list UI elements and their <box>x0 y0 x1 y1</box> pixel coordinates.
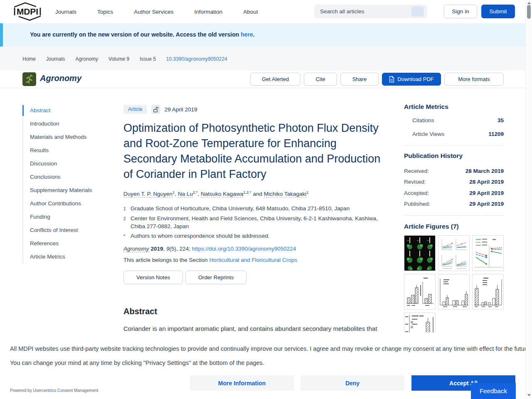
notice-accent-bar <box>0 23 3 47</box>
correspondence-marker: * <box>123 232 128 240</box>
figure-thumbnail-6[interactable] <box>472 274 504 310</box>
publication-date: 29 April 2019 <box>165 106 197 113</box>
page: MDPI Journals Topics Author Services Inf… <box>0 0 532 399</box>
nav-journals[interactable]: Journals <box>55 9 76 15</box>
author-4[interactable]: Michiko Takagaki1 <box>264 191 309 197</box>
breadcrumb-volume[interactable]: Volume 9 <box>108 56 129 62</box>
more-information-button[interactable]: More Information <box>190 375 294 391</box>
scrollbar-thumb[interactable] <box>527 5 531 19</box>
nav-topics[interactable]: Topics <box>97 9 113 15</box>
affiliation-2-text: Center for Environment, Health and Field… <box>131 214 394 230</box>
toc-item-abstract[interactable]: Abstract <box>23 104 119 117</box>
toc-item-supplementary-materials[interactable]: Supplementary Materials <box>23 184 119 197</box>
toc-item-article-metrics[interactable]: Article Metrics <box>23 250 119 264</box>
author-1-name[interactable]: Duyen T. P. Nguyen <box>123 191 172 197</box>
article-views-value: 11209 <box>488 131 504 137</box>
affiliations: 1 Graduate School of Horticulture, Chiba… <box>123 204 394 242</box>
search-box <box>314 5 427 18</box>
breadcrumb-issue[interactable]: Issue 5 <box>140 56 156 62</box>
download-pdf-button[interactable]: Download PDF <box>382 73 441 86</box>
published-label: Published: <box>404 201 430 207</box>
nav-author-services[interactable]: Author Services <box>134 9 173 15</box>
download-pdf-label: Download PDF <box>397 76 433 82</box>
main-nav: Journals Topics Author Services Informat… <box>55 0 258 23</box>
author-1[interactable]: Duyen T. P. Nguyen1 <box>123 191 175 197</box>
toc-item-references[interactable]: References <box>23 237 119 250</box>
affiliation-1-text: Graduate School of Horticulture, Chiba U… <box>131 204 350 213</box>
get-alerted-button[interactable]: Get Alerted <box>250 73 300 86</box>
author-4-name[interactable]: Michiko Takagaki <box>264 191 307 197</box>
author-2[interactable]: Na Lu2,* <box>178 191 198 197</box>
old-version-link[interactable]: here <box>241 31 253 38</box>
author-3-affil-marker: 1,2,* <box>243 190 251 194</box>
nav-about[interactable]: About <box>243 9 258 15</box>
share-button[interactable]: Share <box>340 73 379 86</box>
revised-label: Revised: <box>404 179 426 185</box>
affiliation-2-marker: 2 <box>123 214 128 230</box>
article-metrics-heading: Article Metrics <box>404 103 504 111</box>
toc-item-discussion[interactable]: Discussion <box>23 157 119 170</box>
more-formats-button[interactable]: More formats <box>444 73 504 86</box>
cookie-text-line-1: All MDPI websites use third-party websit… <box>10 345 521 352</box>
sign-in-button[interactable]: Sign in <box>444 5 477 18</box>
section-prefix: This article belongs to the Section <box>123 257 209 263</box>
section-link[interactable]: Horticultural and Floricultural Crops <box>209 257 297 263</box>
published-row: Published: 29 April 2019 <box>404 201 504 209</box>
scrollbar-up-arrow-icon[interactable] <box>527 2 531 4</box>
figure-thumbnail-5[interactable] <box>438 274 470 310</box>
article-type-badge: Article <box>123 105 147 114</box>
figure-thumbnail-4[interactable] <box>404 274 436 310</box>
breadcrumb-agronomy[interactable]: Agronomy <box>75 56 98 62</box>
toc-item-funding[interactable]: Funding <box>23 210 119 224</box>
mdpi-logo[interactable]: MDPI <box>11 2 44 21</box>
author-2-affil-marker: 2,* <box>193 190 198 194</box>
cite-button[interactable]: Cite <box>304 73 337 86</box>
article-views-label[interactable]: Article Views <box>412 131 444 137</box>
toc-item-results[interactable]: Results <box>23 144 119 157</box>
sidebar-divider <box>404 145 504 146</box>
pdf-file-icon <box>389 76 394 83</box>
toc-item-materials-and-methods[interactable]: Materials and Methods <box>23 131 119 144</box>
bar-chart-figure-c <box>473 274 503 309</box>
version-notes-button[interactable]: Version Notes <box>123 271 183 284</box>
citations-value: 35 <box>498 117 504 123</box>
figure-thumbnail-2[interactable] <box>438 235 470 271</box>
search-button[interactable] <box>411 6 424 17</box>
notice-period: . <box>253 31 255 38</box>
notice-text: You are currently on the new version of … <box>30 31 255 38</box>
citation-journal[interactable]: Agronomy <box>123 246 149 252</box>
toc-item-author-contributions[interactable]: Author Contributions <box>23 197 119 210</box>
notice-text-main: You are currently on the new version of … <box>30 31 241 38</box>
breadcrumb-home[interactable]: Home <box>22 56 36 62</box>
nav-information[interactable]: Information <box>195 9 223 15</box>
accepted-value: 29 April 2019 <box>469 190 504 196</box>
agronomy-journal-logo[interactable] <box>22 72 36 86</box>
version-notice-banner: You are currently on the new version of … <box>0 23 532 47</box>
search-input[interactable] <box>320 5 403 18</box>
scrollbar[interactable] <box>525 0 532 399</box>
author-3[interactable]: Natsuko Kagawa1,2,* <box>201 191 251 197</box>
mdpi-logo-icon: MDPI <box>11 2 44 21</box>
order-reprints-button[interactable]: Order Reprints <box>185 271 246 284</box>
author-list: Duyen T. P. Nguyen1, Na Lu2,*, Natsuko K… <box>123 190 394 197</box>
figure-thumbnail-1[interactable] <box>404 235 436 271</box>
breadcrumb-doi-link[interactable]: 10.3390/agronomy9050224 <box>166 56 227 62</box>
doi-link[interactable]: https://doi.org/10.3390/agronomy9050224 <box>192 246 296 252</box>
breadcrumb-journals[interactable]: Journals <box>46 56 65 62</box>
cookie-consent-banner: All MDPI websites use third-party websit… <box>0 332 525 399</box>
toc-item-conflicts-of-interest[interactable]: Conflicts of Interest <box>23 224 119 237</box>
author-3-name[interactable]: Natsuko Kagawa <box>201 191 243 197</box>
citations-label[interactable]: Citations <box>412 117 434 123</box>
journal-name[interactable]: Agronomy <box>40 74 81 83</box>
bar-chart-figure-b <box>438 274 469 309</box>
submit-button[interactable]: Submit <box>481 5 515 18</box>
feedback-button[interactable]: Feedback <box>471 383 516 399</box>
scrollbar-down-arrow-icon[interactable] <box>527 394 531 397</box>
toc-item-introduction[interactable]: Introduction <box>23 117 119 131</box>
figure-thumbnail-3[interactable] <box>472 235 504 271</box>
toc-item-conclusions[interactable]: Conclusions <box>23 170 119 184</box>
deny-button[interactable]: Deny <box>300 375 404 391</box>
journal-bar: Agronomy Get Alerted Cite Share Download… <box>0 71 532 88</box>
author-2-name[interactable]: Na Lu <box>178 191 193 197</box>
citation-volume: 9 <box>166 246 170 252</box>
